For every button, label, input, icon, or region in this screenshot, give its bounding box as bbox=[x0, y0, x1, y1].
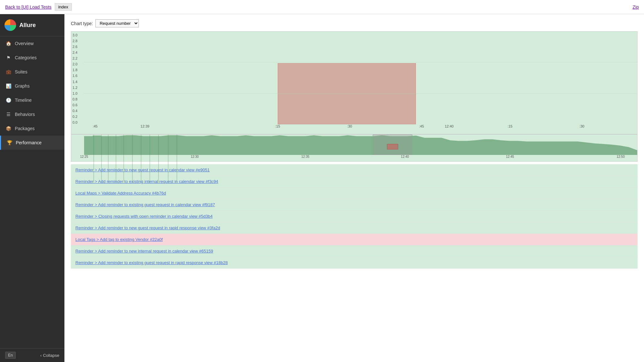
mini-pink-marker bbox=[387, 144, 398, 149]
chart-type-select[interactable]: Request number Response time Throughput bbox=[95, 19, 139, 27]
y-label-04: 0.4 bbox=[72, 109, 83, 113]
flag-icon: ⚑ bbox=[5, 54, 12, 61]
mini-x-1245: 12:45 bbox=[506, 155, 514, 158]
x-label-45b: :45 bbox=[419, 124, 424, 128]
list-item[interactable]: Reminder > Add reminder to existing gues… bbox=[71, 257, 638, 269]
mini-x-1230: 12:30 bbox=[191, 155, 199, 158]
layout: Allure 🏠 Overview ⚑ Categories 💼 Suites … bbox=[0, 14, 644, 362]
sidebar-label-behaviors: Behaviors bbox=[15, 112, 35, 117]
mini-ticks-svg bbox=[84, 135, 181, 183]
sidebar-item-graphs[interactable]: 📊 Graphs bbox=[0, 79, 64, 93]
result-link[interactable]: Reminder > Add reminder to existing gues… bbox=[75, 202, 215, 207]
back-link[interactable]: Back to [UI] Load Tests bbox=[5, 5, 52, 10]
list-item[interactable]: Reminder > Add reminder to new guest req… bbox=[71, 222, 638, 234]
index-tab[interactable]: index bbox=[55, 3, 72, 11]
allure-logo-icon bbox=[5, 19, 16, 31]
y-label-02: 0.2 bbox=[72, 115, 83, 119]
mini-x-1240: 12:40 bbox=[401, 155, 409, 158]
y-label-10: 1.0 bbox=[72, 91, 83, 95]
y-label-22: 2.2 bbox=[72, 56, 83, 60]
y-label-12: 1.2 bbox=[72, 86, 83, 90]
list-item[interactable]: Local Tags > Add tag to existing Vendor … bbox=[71, 234, 638, 245]
chevron-left-icon: ‹ bbox=[40, 353, 42, 358]
logo-text: Allure bbox=[19, 22, 36, 29]
y-label-24: 2.4 bbox=[72, 51, 83, 54]
mini-x-1250: 12:50 bbox=[617, 155, 625, 158]
collapse-label: Collapse bbox=[43, 353, 59, 358]
y-label-06: 0.6 bbox=[72, 103, 83, 107]
list-icon: ☰ bbox=[5, 111, 12, 118]
list-item[interactable]: Reminder > Closing requests with open re… bbox=[71, 211, 638, 222]
sidebar-item-performance[interactable]: 🏆 Performance bbox=[0, 136, 64, 150]
y-label-20: 2.0 bbox=[72, 62, 83, 66]
x-label-45: :45 bbox=[93, 124, 98, 128]
x-label-15: :15 bbox=[275, 124, 280, 128]
x-label-1240: 12:40 bbox=[445, 124, 454, 128]
x-label-30b: :30 bbox=[580, 124, 584, 128]
list-item[interactable]: Reminder > Add reminder to existing gues… bbox=[71, 199, 638, 211]
top-bar: Back to [UI] Load Tests index Zip bbox=[0, 0, 644, 14]
y-label-14: 1.4 bbox=[72, 80, 83, 84]
sidebar-item-overview[interactable]: 🏠 Overview bbox=[0, 36, 64, 51]
mini-y-axis bbox=[71, 135, 84, 155]
clock-icon: 🕐 bbox=[5, 97, 12, 103]
list-item[interactable]: Reminder > Add reminder to new internal … bbox=[71, 245, 638, 257]
trophy-icon: 🏆 bbox=[6, 139, 13, 146]
sidebar-logo: Allure bbox=[0, 14, 64, 36]
list-item[interactable]: Local Maps > Validate Address Accuracy #… bbox=[71, 187, 638, 199]
result-link[interactable]: Local Tags > Add tag to existing Vendor … bbox=[75, 237, 163, 242]
sidebar-item-suites[interactable]: 💼 Suites bbox=[0, 65, 64, 79]
result-link[interactable]: Reminder > Add reminder to new guest req… bbox=[75, 225, 220, 230]
grid-lines bbox=[84, 32, 637, 124]
y-label-26: 2.6 bbox=[72, 45, 83, 49]
briefcase-icon: 💼 bbox=[5, 69, 12, 75]
sidebar-label-categories: Categories bbox=[15, 55, 37, 60]
sidebar-label-overview: Overview bbox=[15, 41, 34, 46]
home-icon: 🏠 bbox=[5, 40, 12, 47]
chart-type-row: Chart type: Request number Response time… bbox=[71, 19, 638, 27]
result-link[interactable]: Reminder > Closing requests with open re… bbox=[75, 214, 213, 219]
result-link[interactable]: Reminder > Add reminder to new internal … bbox=[75, 249, 213, 253]
main-content: Chart type: Request number Response time… bbox=[64, 14, 644, 362]
package-icon: 📦 bbox=[5, 125, 12, 132]
sidebar-label-suites: Suites bbox=[15, 69, 27, 74]
result-link[interactable]: Reminder > Add reminder to existing gues… bbox=[75, 260, 228, 265]
chart-plot-area bbox=[84, 32, 637, 124]
zip-link[interactable]: Zip bbox=[633, 5, 639, 10]
sidebar-item-categories[interactable]: ⚑ Categories bbox=[0, 51, 64, 65]
sidebar-bottom: En ‹ Collapse bbox=[0, 348, 64, 362]
sidebar-label-performance: Performance bbox=[16, 140, 42, 145]
x-label-15b: :15 bbox=[507, 124, 512, 128]
y-label-00: 0.0 bbox=[72, 120, 83, 124]
y-label-08: 0.8 bbox=[72, 97, 83, 101]
y-axis: 3.0 2.8 2.6 2.4 2.2 2.0 1.8 1.6 1.4 1.2 … bbox=[71, 32, 84, 124]
sidebar-nav: 🏠 Overview ⚑ Categories 💼 Suites 📊 Graph… bbox=[0, 36, 64, 150]
mini-x-1235: 12:35 bbox=[301, 155, 309, 158]
x-label-1239: 12:39 bbox=[140, 124, 149, 128]
y-label-30: 3.0 bbox=[72, 33, 83, 37]
sidebar-label-graphs: Graphs bbox=[15, 83, 30, 89]
language-button[interactable]: En bbox=[5, 352, 16, 359]
y-label-16: 1.6 bbox=[72, 74, 83, 78]
y-label-28: 2.8 bbox=[72, 39, 83, 43]
sidebar-item-timeline[interactable]: 🕐 Timeline bbox=[0, 93, 64, 107]
chart-type-label: Chart type: bbox=[71, 21, 93, 26]
sidebar-label-timeline: Timeline bbox=[15, 98, 32, 103]
sidebar-item-behaviors[interactable]: ☰ Behaviors bbox=[0, 107, 64, 121]
result-link[interactable]: Local Maps > Validate Address Accuracy #… bbox=[75, 191, 166, 195]
main-chart: 3.0 2.8 2.6 2.4 2.2 2.0 1.8 1.6 1.4 1.2 … bbox=[71, 31, 638, 134]
x-axis: :45 12:39 :15 :30 :45 12:40 :15 :30 bbox=[84, 124, 637, 134]
x-label-30: :30 bbox=[347, 124, 352, 128]
sidebar: Allure 🏠 Overview ⚑ Categories 💼 Suites … bbox=[0, 14, 64, 362]
sidebar-label-packages: Packages bbox=[15, 126, 34, 131]
bar-chart-icon: 📊 bbox=[5, 83, 12, 89]
sidebar-item-packages[interactable]: 📦 Packages bbox=[0, 121, 64, 136]
mini-chart[interactable]: 12:25 12:30 12:35 12:40 12:45 12:50 bbox=[71, 134, 638, 162]
collapse-button[interactable]: ‹ Collapse bbox=[40, 353, 59, 358]
y-label-18: 1.8 bbox=[72, 68, 83, 72]
